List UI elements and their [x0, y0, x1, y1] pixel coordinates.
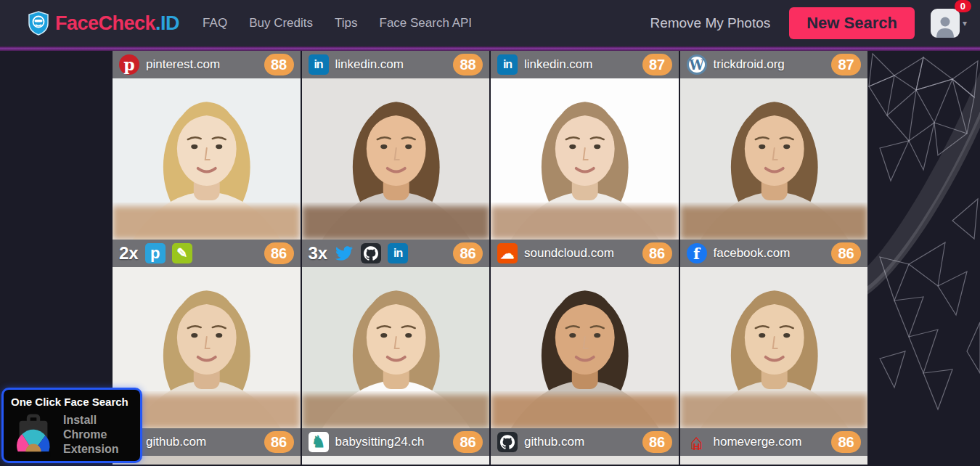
result-header: ♞ babysitting24.ch 86 [302, 428, 490, 456]
match-score-badge: 86 [264, 431, 294, 453]
match-score-badge: 86 [831, 242, 861, 264]
match-score-badge: 87 [831, 54, 861, 75]
result-card[interactable]: ☁ soundcloud.com 86 [491, 240, 679, 428]
result-face-image[interactable] [113, 78, 301, 240]
brand-name: FaceCheck.ID [55, 12, 179, 35]
chrome-extension-promo[interactable]: One Click Face Search Install Chrome Ext… [1, 388, 142, 463]
rocking-horse-icon: ♞ [309, 432, 329, 452]
duplicate-count: 3x [309, 243, 328, 263]
result-card[interactable]: in linkedin.com 87 [491, 51, 679, 240]
result-face-image[interactable] [302, 267, 490, 428]
match-score-badge: 88 [453, 54, 483, 75]
result-face-image[interactable] [491, 456, 679, 465]
promo-title: One Click Face Search [11, 396, 133, 408]
result-header: f facebook.com 86 [680, 240, 868, 267]
match-score-badge: 86 [642, 242, 672, 264]
remove-my-photos-link[interactable]: Remove My Photos [650, 15, 770, 31]
user-avatar[interactable] [931, 9, 960, 38]
result-face-image[interactable] [680, 456, 868, 465]
result-header: github.com 86 [491, 428, 679, 456]
result-header: ⌂H homeverge.com 86 [680, 428, 868, 456]
result-card[interactable]: ♞ babysitting24.ch 86 [302, 428, 490, 465]
result-header: in linkedin.com 88 [302, 51, 490, 78]
result-header: 3x in 86 [302, 240, 490, 267]
result-card[interactable]: p pinterest.com 88 [113, 51, 301, 240]
p-site-icon: p [145, 243, 166, 263]
nav-item-tips[interactable]: Tips [335, 16, 358, 30]
result-face-image[interactable] [491, 267, 679, 428]
nav-item-faq[interactable]: FAQ [203, 16, 227, 30]
nav-item-face-search-api[interactable]: Face Search API [380, 16, 473, 30]
match-score-badge: 86 [453, 431, 483, 453]
result-card[interactable]: github.com 86 [491, 428, 679, 465]
result-face-image[interactable] [302, 78, 490, 240]
notification-count-badge: 0 [955, 0, 971, 12]
match-score-badge: 88 [264, 54, 294, 75]
result-header: in linkedin.com 87 [491, 51, 679, 78]
result-header: W trickdroid.org 87 [680, 51, 868, 78]
install-extension-link[interactable]: Install Chrome Extension [63, 413, 130, 457]
result-domain-link[interactable]: github.com [146, 435, 206, 449]
match-score-badge: 87 [642, 54, 672, 75]
purple-divider [0, 46, 980, 51]
result-header: 2x p ✎ 86 [113, 240, 301, 267]
twitter-icon [334, 243, 354, 263]
polygon-mesh-decoration [865, 46, 980, 466]
match-score-badge: 86 [831, 431, 861, 453]
result-header: ☁ soundcloud.com 86 [491, 240, 679, 267]
result-domain-link[interactable]: linkedin.com [335, 57, 404, 72]
result-domain-link[interactable]: github.com [524, 435, 584, 449]
result-card[interactable]: W trickdroid.org 87 [680, 51, 868, 240]
facebook-icon: f [687, 243, 707, 263]
homeverge-house-icon: ⌂H [687, 432, 707, 452]
result-domain-link[interactable]: soundcloud.com [524, 246, 614, 261]
chrome-web-store-icon [11, 412, 56, 457]
result-domain-link[interactable]: facebook.com [714, 246, 791, 261]
person-silhouette-icon [933, 13, 957, 38]
match-score-badge: 86 [264, 242, 294, 264]
wordpress-icon: W [687, 54, 707, 75]
search-results-grid: p pinterest.com 88 in linkedin.com 88 in… [113, 51, 867, 465]
chevron-down-icon[interactable]: ▾ [963, 18, 967, 28]
top-navigation-bar: FaceCheck.ID FAQ Buy Credits Tips Face S… [0, 0, 980, 46]
soundcloud-icon: ☁ [497, 243, 518, 263]
result-face-image[interactable] [680, 78, 868, 240]
match-score-badge: 86 [642, 431, 672, 453]
green-pen-site-icon: ✎ [172, 243, 192, 263]
result-face-image[interactable] [491, 78, 679, 240]
duplicate-count: 2x [119, 243, 139, 263]
result-domain-link[interactable]: babysitting24.ch [335, 435, 425, 449]
result-card[interactable]: in linkedin.com 88 [302, 51, 490, 240]
result-domain-link[interactable]: trickdroid.org [714, 57, 785, 72]
account-menu: 0 ▾ [931, 9, 967, 38]
linkedin-icon: in [309, 54, 329, 75]
facecheck-logo[interactable]: FaceCheck.ID [28, 11, 179, 36]
github-icon [497, 432, 518, 452]
primary-nav: FAQ Buy Credits Tips Face Search API [203, 16, 472, 30]
result-card[interactable]: f facebook.com 86 [680, 240, 868, 428]
result-card[interactable]: 3x in 86 [302, 240, 490, 428]
result-face-image[interactable] [680, 267, 868, 428]
result-card[interactable]: ⌂H homeverge.com 86 [680, 428, 868, 465]
result-domain-link[interactable]: homeverge.com [714, 435, 802, 449]
topbar-actions: Remove My Photos New Search 0 ▾ [650, 7, 967, 39]
new-search-button[interactable]: New Search [789, 7, 915, 39]
shield-face-icon [28, 11, 49, 36]
match-score-badge: 86 [453, 242, 483, 264]
github-icon [361, 243, 381, 263]
nav-item-buy-credits[interactable]: Buy Credits [249, 16, 313, 30]
linkedin-icon: in [497, 54, 518, 75]
result-header: p pinterest.com 88 [113, 51, 301, 78]
pinterest-icon: p [119, 54, 139, 75]
linkedin-icon: in [388, 243, 408, 263]
result-domain-link[interactable]: pinterest.com [146, 57, 220, 72]
result-domain-link[interactable]: linkedin.com [524, 57, 593, 72]
result-face-image[interactable] [302, 456, 490, 465]
